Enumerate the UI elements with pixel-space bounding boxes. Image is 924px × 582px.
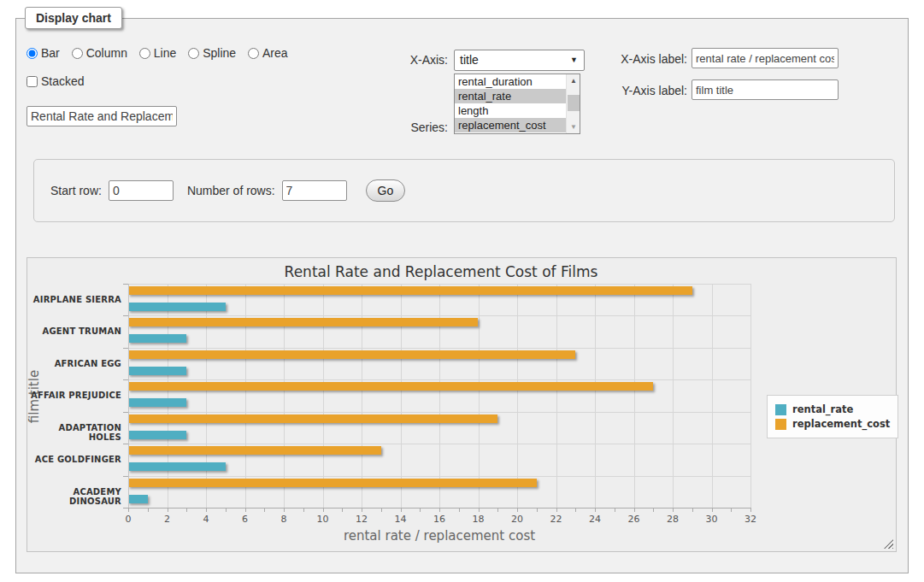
x-axis-tick [595,509,596,512]
line-radio-label: Line [154,46,176,60]
x-tick-label: 18 [468,514,489,525]
spline-radio[interactable] [188,48,199,59]
y-gridline [128,348,750,349]
x-gridline [168,284,168,508]
bar-rental_rate[interactable] [128,334,186,343]
spline-radio-label: Spline [203,46,236,60]
row-range-panel: Start row: Number of rows: Go [33,159,895,222]
bar-replacement_cost[interactable] [128,350,575,359]
x-axis-tick [731,509,732,512]
bar-replacement_cost[interactable] [128,382,653,391]
radio-option-column[interactable]: Column [72,46,127,60]
series-option-length[interactable]: length [455,103,580,118]
x-axis-tick [401,509,402,512]
chart-resize-handle[interactable] [884,539,893,549]
column-radio-label: Column [86,46,127,60]
go-button[interactable]: Go [366,179,406,202]
stacked-checkbox[interactable] [26,76,38,87]
x-axis-tick [206,509,207,512]
x-tick-label: 4 [196,514,216,525]
x-axis-title: rental rate / replacement cost [128,528,750,544]
y-axis-line [128,284,129,508]
chart-title-input[interactable] [26,106,177,126]
x-axis-tick [303,509,304,512]
y-axis-label-caption: Y-Axis label: [555,84,687,97]
x-gridline [556,284,557,508]
x-axis-tick [634,509,635,512]
x-axis-tick [381,509,382,512]
bar-replacement_cost[interactable] [128,446,381,455]
radio-option-area[interactable]: Area [248,46,288,60]
legend-item-replacement-cost[interactable]: replacement_cost [775,418,890,430]
bar-rental_rate[interactable] [128,495,148,503]
x-tick-label: 26 [624,514,644,525]
rental-rate-swatch [775,404,786,415]
category-label: AFRICAN EGG [29,359,121,368]
radio-option-spline[interactable]: Spline [188,46,236,60]
category-label: AGENT TRUMAN [29,326,121,336]
start-row-label: Start row: [50,184,102,197]
y-gridline [128,476,750,477]
bar-replacement_cost[interactable] [128,414,497,423]
x-axis-tick [264,509,265,512]
x-axis-tick [148,509,149,512]
line-radio[interactable] [139,48,150,59]
y-axis-label-input[interactable] [692,79,839,100]
x-axis-tick [556,509,557,512]
bar-radio[interactable] [26,48,38,59]
x-tick-label: 22 [546,514,567,525]
x-tick-label: 28 [662,514,683,525]
legend-label: rental_rate [792,403,853,415]
bar-replacement_cost[interactable] [128,479,537,487]
y-gridline [128,379,750,380]
series-listbox-label: Series: [358,121,448,134]
x-gridline [595,284,596,508]
display-chart-fieldset: Display chart Bar Column Line Spline Are… [15,18,909,573]
radio-option-bar[interactable]: Bar [26,46,60,60]
y-gridline [128,412,750,413]
x-axis-tick [459,509,460,512]
radio-option-line[interactable]: Line [139,46,176,60]
x-axis-tick [673,509,674,512]
y-gridline [128,444,750,444]
area-radio[interactable] [248,48,259,59]
x-gridline [673,284,674,508]
x-gridline [750,284,751,508]
bar-replacement_cost[interactable] [128,318,478,326]
series-listbox[interactable]: rental_duration rental_rate length repla… [454,73,580,134]
x-axis-label-input[interactable] [692,48,839,68]
x-tick-label: 20 [507,514,527,525]
scroll-down-icon[interactable]: ▼ [567,121,580,133]
bar-replacement_cost[interactable] [128,286,692,295]
bar-rental_rate[interactable] [128,303,226,311]
x-tick-label: 12 [351,514,372,525]
x-tick-label: 6 [235,514,256,525]
number-of-rows-input[interactable] [282,180,347,201]
legend-item-rental-rate[interactable]: rental_rate [775,403,890,415]
plot-area: 02468101214161820222426283032AIRPLANE SI… [128,284,750,508]
bar-rental_rate[interactable] [128,462,226,471]
x-axis-tick [284,509,285,512]
x-axis-tick [226,509,227,512]
bar-rental_rate[interactable] [128,398,186,407]
category-label: ACE GOLDFINGER [29,455,121,464]
x-tick-label: 32 [740,514,761,525]
start-row-input[interactable] [109,180,174,201]
x-tick-label: 10 [313,514,333,525]
bar-rental_rate[interactable] [128,431,186,439]
fieldset-legend: Display chart [25,7,122,29]
y-gridline [128,315,750,316]
x-axis-tick [537,509,538,512]
stacked-checkbox-option[interactable]: Stacked [26,74,85,88]
x-gridline [712,284,713,508]
x-axis-tick [186,509,187,512]
category-label: ADAPTATION HOLES [29,423,121,442]
bar-rental_rate[interactable] [128,367,186,375]
column-radio[interactable] [72,48,83,59]
x-axis-tick [128,509,129,512]
x-gridline [479,284,480,508]
x-axis-line [128,508,751,509]
series-option-replacement-cost[interactable]: replacement_cost [455,118,580,132]
x-tick-label: 24 [585,514,605,525]
stacked-row: Stacked [26,74,85,88]
